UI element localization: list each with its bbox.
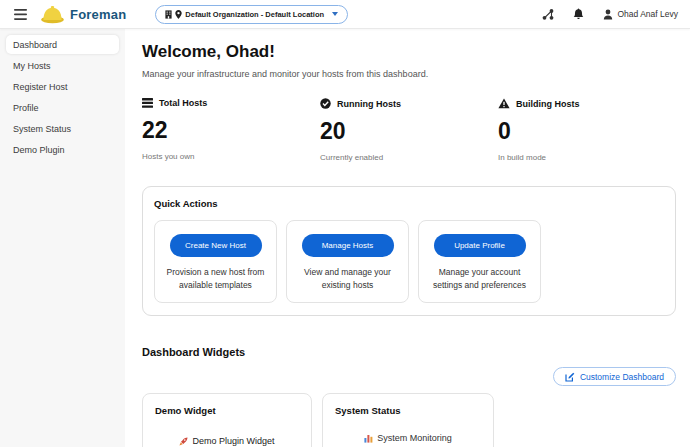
manage-hosts-button[interactable]: Manage Hosts <box>302 234 394 257</box>
sidebar-item-my-hosts[interactable]: My Hosts <box>6 56 119 75</box>
brand-name: Foreman <box>70 7 126 22</box>
stats-row: Total Hosts 22 Hosts you own Running H <box>142 98 676 162</box>
check-circle-icon <box>320 98 331 109</box>
brand-logo[interactable]: Foreman <box>40 5 126 24</box>
widgets-row: Demo Widget Demo Plugin Widget <box>142 393 676 447</box>
edit-icon <box>565 372 575 382</box>
sidebar-item-label: System Status <box>13 124 71 134</box>
server-icon <box>142 98 153 108</box>
foreman-dashboard-app: Foreman Default Organization - Default L… <box>0 0 690 447</box>
page-title: Welcome, Ohad! <box>142 42 676 62</box>
bar-chart-icon <box>364 434 373 443</box>
sidebar-item-dashboard[interactable]: Dashboard <box>6 35 119 54</box>
quick-actions-title: Quick Actions <box>154 198 664 209</box>
quick-action-create-host: Create New Host Provision a new host fro… <box>154 220 277 303</box>
stat-value: 22 <box>142 117 320 144</box>
sidebar-item-register-host[interactable]: Register Host <box>6 77 119 96</box>
sidebar-item-label: Dashboard <box>13 40 57 50</box>
sidebar-item-demo-plugin[interactable]: Demo Plugin <box>6 140 119 159</box>
system-status-widget-card: System Status System Monitoring <box>322 393 494 447</box>
map-marker-icon <box>175 10 182 19</box>
demo-widget-line1: Demo Plugin Widget <box>192 436 274 446</box>
widget-title: Demo Widget <box>155 405 299 416</box>
context-label: Default Organization - Default Location <box>185 10 324 19</box>
org-location-selector[interactable]: Default Organization - Default Location <box>155 5 348 24</box>
quick-action-description: View and manage your existing hosts <box>296 266 399 292</box>
main-layout: Dashboard My Hosts Register Host Profile… <box>0 29 690 447</box>
user-name: Ohad Anaf Levy <box>618 9 679 19</box>
stat-caption: In build mode <box>498 153 676 162</box>
stat-label: Total Hosts <box>159 98 207 108</box>
quick-action-description: Manage your account settings and prefere… <box>428 266 531 292</box>
stat-running-hosts: Running Hosts 20 Currently enabled <box>320 98 498 162</box>
warning-triangle-icon <box>498 98 510 109</box>
topbar-actions: Ohad Anaf Levy <box>542 8 679 20</box>
demo-widget-card: Demo Widget Demo Plugin Widget <box>142 393 312 447</box>
sidebar-item-label: Register Host <box>13 82 68 92</box>
quick-action-description: Provision a new host from available temp… <box>164 266 267 292</box>
quick-actions-card: Quick Actions Create New Host Provision … <box>142 186 676 316</box>
sidebar-item-system-status[interactable]: System Status <box>6 119 119 138</box>
rocket-icon <box>179 437 188 446</box>
page-subtitle: Manage your infrastructure and monitor y… <box>142 69 676 79</box>
person-icon <box>603 9 613 20</box>
sidebar-item-profile[interactable]: Profile <box>6 98 119 117</box>
widget-title: System Status <box>335 405 481 416</box>
bell-icon[interactable] <box>573 8 584 20</box>
foreman-hat-icon <box>40 5 65 24</box>
hamburger-menu-icon[interactable] <box>10 5 31 24</box>
stat-value: 20 <box>320 118 498 145</box>
customize-dashboard-label: Customize Dashboard <box>580 372 664 382</box>
create-new-host-button[interactable]: Create New Host <box>170 234 262 257</box>
topbar: Foreman Default Organization - Default L… <box>0 0 690 29</box>
stat-caption: Hosts you own <box>142 152 320 161</box>
system-monitoring-label: System Monitoring <box>377 433 452 443</box>
building-icon <box>165 10 172 19</box>
sidebar: Dashboard My Hosts Register Host Profile… <box>0 29 125 447</box>
stat-label: Running Hosts <box>337 99 401 109</box>
sidebar-item-label: My Hosts <box>13 61 51 71</box>
stat-value: 0 <box>498 118 676 145</box>
sidebar-item-label: Demo Plugin <box>13 145 65 155</box>
quick-action-update-profile: Update Profile Manage your account setti… <box>418 220 541 303</box>
content: Welcome, Ohad! Manage your infrastructur… <box>125 29 690 447</box>
update-profile-button[interactable]: Update Profile <box>434 234 526 257</box>
quick-action-manage-hosts: Manage Hosts View and manage your existi… <box>286 220 409 303</box>
share-icon[interactable] <box>542 9 554 20</box>
customize-dashboard-button[interactable]: Customize Dashboard <box>553 367 676 386</box>
stat-total-hosts: Total Hosts 22 Hosts you own <box>142 98 320 162</box>
widgets-section-title: Dashboard Widgets <box>142 346 676 358</box>
stat-building-hosts: Building Hosts 0 In build mode <box>498 98 676 162</box>
chevron-down-icon <box>332 12 338 16</box>
user-menu[interactable]: Ohad Anaf Levy <box>603 9 679 20</box>
stat-label: Building Hosts <box>516 99 580 109</box>
sidebar-item-label: Profile <box>13 103 39 113</box>
stat-caption: Currently enabled <box>320 153 498 162</box>
